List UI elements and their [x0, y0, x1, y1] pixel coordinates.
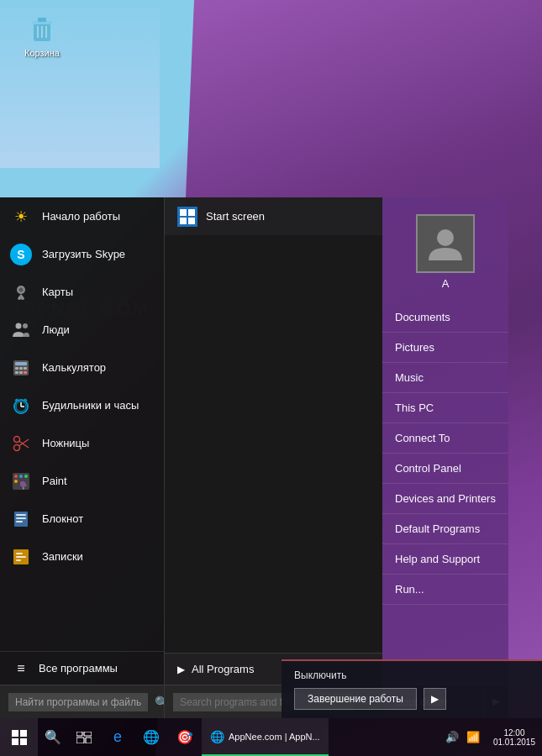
link-documents[interactable]: Documents	[382, 302, 508, 333]
task-view-icon	[76, 732, 92, 743]
clock-date: 01.01.2015	[493, 738, 535, 747]
app-skype[interactable]: S Загрузить Skype	[0, 235, 164, 273]
maps-icon	[10, 281, 32, 303]
taskbar-browser2-button[interactable]: 🌐	[134, 718, 168, 756]
notification-action-button[interactable]: Завершение работы	[294, 688, 417, 710]
svg-rect-46	[76, 732, 82, 736]
people-label: Люди	[42, 323, 70, 336]
svg-rect-36	[16, 521, 23, 522]
svg-point-7	[19, 287, 24, 291]
start-apps-list: ☀ Начало работы S Загрузить Skype Карты	[0, 197, 164, 651]
tray-volume-icon[interactable]: 🔊	[443, 731, 461, 743]
taskbar-apps-area: 🌐 AppNee.com | AppN...	[202, 718, 443, 756]
user-name: A	[382, 277, 508, 290]
svg-rect-13	[19, 367, 23, 370]
app-stickynotes[interactable]: Записки	[0, 538, 164, 575]
stickynotes-label: Записки	[42, 550, 83, 563]
paint-icon	[10, 470, 32, 492]
taskbar-appnee-item[interactable]: 🌐 AppNee.com | AppN...	[202, 718, 329, 756]
all-programs-item[interactable]: ≡ Все программы	[0, 651, 164, 685]
user-avatar-image	[424, 223, 466, 265]
link-connectto[interactable]: Connect To	[382, 423, 508, 454]
svg-point-41	[437, 229, 454, 246]
alarms-label: Будильники и часы	[42, 399, 139, 412]
skype-label: Загрузить Skype	[42, 248, 125, 260]
link-music[interactable]: Music	[382, 363, 508, 393]
link-defaultprograms[interactable]: Default Programs	[382, 514, 508, 544]
svg-rect-14	[24, 367, 27, 370]
tray-network-icon[interactable]: 📶	[464, 731, 482, 743]
start-menu-right: A Documents Pictures Music This PC Conne…	[382, 197, 508, 718]
app-people[interactable]: Люди	[0, 311, 164, 349]
people-icon	[10, 319, 32, 341]
start-search-bar: 🔍	[0, 685, 164, 718]
svg-point-8	[16, 323, 22, 328]
taskbar-clock[interactable]: 12:00 01.01.2015	[487, 728, 542, 747]
startup-label: Начало работы	[42, 210, 120, 223]
svg-rect-42	[12, 730, 18, 737]
notification-action-arrow[interactable]: ▶	[424, 688, 446, 710]
svg-rect-16	[19, 371, 23, 374]
svg-point-30	[19, 475, 23, 478]
link-devicesandprinters[interactable]: Devices and Printers	[382, 484, 508, 514]
all-programs-row-label: All Programs	[192, 663, 254, 675]
link-controlpanel[interactable]: Control Panel	[382, 454, 508, 484]
scissors-label: Ножницы	[42, 437, 89, 449]
svg-rect-40	[16, 559, 21, 561]
taskbar-tray: 🔊 📶	[443, 731, 487, 743]
app-startup[interactable]: ☀ Начало работы	[0, 197, 164, 235]
start-screen-item[interactable]: Start screen	[165, 197, 382, 235]
taskbar-start-button[interactable]	[0, 718, 38, 756]
user-avatar[interactable]	[416, 214, 475, 273]
taskbar-task-view[interactable]	[67, 718, 101, 756]
start-screen-icon	[177, 207, 197, 227]
taskbar-search-button[interactable]: 🔍	[38, 718, 67, 756]
app-paint[interactable]: Paint	[0, 462, 164, 500]
app-scissors[interactable]: Ножницы	[0, 424, 164, 462]
link-thispc[interactable]: This PC	[382, 393, 508, 423]
taskbar: 🔍 e 🌐 🎯 🌐 AppNee.com | AppN... 🔊 📶 12:00…	[0, 718, 542, 756]
start-menu: ☀ Начало работы S Загрузить Skype Карты	[0, 197, 508, 718]
svg-rect-45	[20, 738, 27, 745]
scissors-icon	[10, 433, 32, 454]
start-search-input[interactable]	[8, 693, 148, 711]
notification-actions: Завершение работы ▶	[294, 688, 529, 710]
alarms-icon	[10, 395, 32, 417]
svg-point-31	[24, 475, 28, 478]
svg-point-9	[23, 323, 28, 328]
svg-rect-12	[15, 367, 18, 370]
clock-time: 12:00	[503, 728, 524, 738]
app-maps[interactable]: Карты	[0, 273, 164, 311]
windows-logo-icon	[11, 729, 28, 746]
calculator-label: Калькулятор	[42, 361, 106, 374]
svg-point-29	[14, 475, 18, 478]
link-helpandsupport[interactable]: Help and Support	[382, 544, 508, 575]
svg-rect-47	[84, 732, 92, 736]
svg-rect-2	[38, 18, 46, 22]
start-screen-label: Start screen	[206, 210, 265, 223]
appnee-icon: 🌐	[210, 730, 224, 743]
svg-rect-48	[76, 738, 84, 743]
taskbar-ie-button[interactable]: e	[101, 718, 134, 756]
app-alarms[interactable]: Будильники и часы	[0, 386, 164, 424]
appnee-label: AppNee.com | AppN...	[229, 732, 320, 742]
app-calculator[interactable]: Калькулятор	[0, 349, 164, 386]
notepad-icon	[10, 508, 32, 530]
taskbar-icon-3[interactable]: 🎯	[168, 718, 202, 756]
paint-label: Paint	[42, 475, 67, 487]
svg-rect-15	[15, 371, 18, 374]
link-pictures[interactable]: Pictures	[382, 333, 508, 363]
start-tiles-area	[165, 235, 382, 653]
notepad-label: Блокнот	[42, 512, 83, 525]
all-programs-icon: ≡	[10, 658, 32, 680]
startup-icon: ☀	[10, 206, 32, 228]
link-run[interactable]: Run...	[382, 575, 508, 605]
start-menu-middle: Start screen ▶ All Programs 🔍	[164, 197, 382, 718]
start-menu-left: ☀ Начало работы S Загрузить Skype Карты	[0, 197, 164, 718]
stickynotes-icon	[10, 546, 32, 568]
recycle-bin-icon[interactable]: Корзина	[13, 13, 71, 58]
app-notepad[interactable]: Блокнот	[0, 500, 164, 538]
calculator-icon	[10, 357, 32, 379]
notification-popup: Выключить Завершение работы ▶	[282, 659, 542, 718]
skype-icon: S	[10, 244, 32, 265]
